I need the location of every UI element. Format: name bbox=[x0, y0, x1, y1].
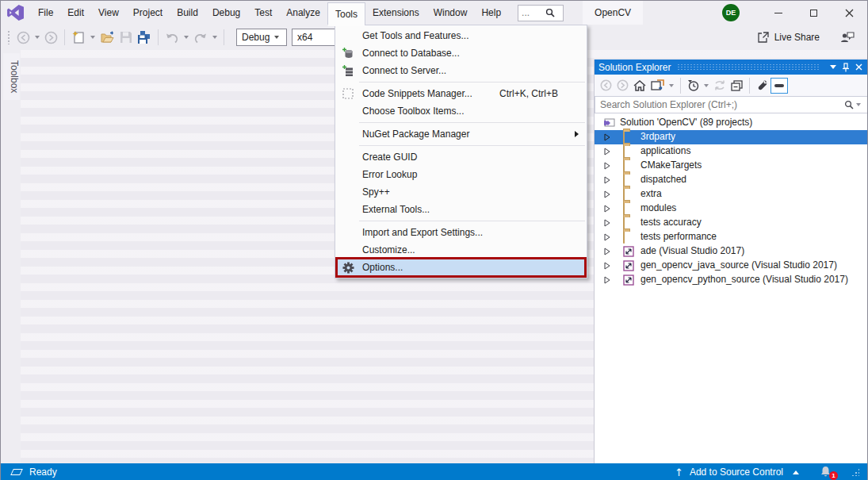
se-collapse-all-button[interactable] bbox=[728, 77, 745, 94]
window-position-button[interactable] bbox=[827, 61, 839, 74]
chevron-right-icon[interactable] bbox=[604, 205, 610, 213]
chevron-right-icon[interactable] bbox=[604, 233, 610, 241]
minimize-button[interactable] bbox=[760, 1, 796, 25]
chevron-right-icon[interactable] bbox=[604, 276, 610, 284]
chevron-right-icon[interactable] bbox=[604, 148, 610, 156]
menu-debug[interactable]: Debug bbox=[205, 1, 247, 25]
chevron-right-icon[interactable] bbox=[604, 133, 610, 141]
close-panel-button[interactable] bbox=[852, 61, 865, 74]
redo-dropdown-caret[interactable] bbox=[212, 36, 217, 39]
solution-explorer-search-box[interactable] bbox=[595, 96, 868, 113]
solution-explorer-header[interactable]: Solution Explorer bbox=[595, 60, 868, 75]
menu-edit[interactable]: Edit bbox=[60, 1, 91, 25]
tree-row-3rdparty[interactable]: 3rdparty bbox=[595, 130, 868, 144]
new-project-dropdown-caret[interactable] bbox=[90, 36, 95, 39]
server-add-icon bbox=[342, 64, 354, 77]
menu-item-external-tools[interactable]: External Tools... bbox=[335, 201, 587, 218]
menu-item-label: External Tools... bbox=[362, 204, 430, 215]
save-button[interactable] bbox=[117, 28, 135, 47]
tree-row-solution[interactable]: Solution 'OpenCV' (89 projects) bbox=[595, 116, 868, 130]
chevron-down-icon bbox=[830, 65, 836, 69]
solution-configuration-combo[interactable]: Debug bbox=[236, 29, 287, 46]
quick-search-box[interactable] bbox=[518, 5, 564, 21]
menu-item-connect-to-server[interactable]: Connect to Server... bbox=[335, 62, 587, 79]
sync-icon bbox=[713, 80, 726, 90]
chevron-right-icon[interactable] bbox=[604, 219, 610, 227]
tree-row-dispatched[interactable]: dispatched bbox=[595, 173, 868, 187]
tree-row-ade[interactable]: ade (Visual Studio 2017) bbox=[595, 244, 868, 259]
menu-window[interactable]: Window bbox=[426, 1, 475, 25]
live-share-button[interactable]: Live Share bbox=[756, 31, 820, 44]
se-forward-button[interactable] bbox=[614, 77, 631, 94]
save-all-button[interactable] bbox=[135, 28, 154, 47]
search-options-caret[interactable] bbox=[856, 103, 861, 106]
folder-icon bbox=[623, 203, 636, 214]
tree-row-cmaketargets[interactable]: CMakeTargets bbox=[595, 159, 868, 173]
menu-test[interactable]: Test bbox=[247, 1, 279, 25]
toolbox-tab[interactable]: Toolbox bbox=[3, 53, 20, 100]
tree-row-applications[interactable]: applications bbox=[595, 144, 868, 159]
se-switch-views-button[interactable] bbox=[648, 77, 667, 94]
menu-item-connect-to-database[interactable]: Connect to Database... bbox=[335, 44, 587, 62]
menu-item-nuget-package-manager[interactable]: NuGet Package Manager bbox=[335, 125, 587, 143]
redo-button[interactable] bbox=[191, 28, 210, 47]
navigate-forward-button[interactable] bbox=[42, 28, 60, 47]
back-dropdown-caret[interactable] bbox=[35, 36, 40, 39]
menu-item-choose-toolbox-items[interactable]: Choose Toolbox Items... bbox=[335, 102, 587, 120]
se-preview-selected-items-button[interactable] bbox=[770, 78, 788, 94]
new-project-button[interactable] bbox=[69, 28, 88, 47]
menu-item-create-guid[interactable]: Create GUID bbox=[335, 148, 587, 166]
chevron-right-icon[interactable] bbox=[604, 176, 610, 184]
se-sync-with-active-document-button[interactable] bbox=[711, 77, 728, 94]
menu-item-get-tools-and-features[interactable]: Get Tools and Features... bbox=[335, 27, 587, 44]
maximize-button[interactable] bbox=[796, 1, 832, 25]
back-icon bbox=[600, 79, 612, 91]
chevron-right-icon[interactable] bbox=[604, 262, 610, 270]
quick-search-input[interactable] bbox=[522, 7, 545, 18]
folder-icon bbox=[623, 175, 636, 186]
send-feedback-icon[interactable] bbox=[840, 31, 855, 44]
se-back-button[interactable] bbox=[598, 77, 614, 94]
menu-item-error-lookup[interactable]: Error Lookup bbox=[335, 166, 587, 183]
menu-item-customize[interactable]: Customize... bbox=[335, 241, 587, 259]
undo-dropdown-caret[interactable] bbox=[184, 36, 189, 39]
menu-extensions[interactable]: Extensions bbox=[365, 1, 426, 25]
menu-item-import-export-settings[interactable]: Import and Export Settings... bbox=[335, 224, 587, 241]
menu-tools[interactable]: Tools bbox=[327, 2, 365, 25]
resize-grip[interactable] bbox=[851, 468, 859, 476]
tree-row-extra[interactable]: extra bbox=[595, 187, 868, 202]
account-avatar[interactable]: DE bbox=[722, 4, 740, 21]
menu-view[interactable]: View bbox=[91, 1, 126, 25]
add-to-source-control-button[interactable]: Add to Source Control bbox=[690, 467, 783, 478]
chevron-right-icon[interactable] bbox=[604, 248, 610, 255]
switch-views-caret[interactable] bbox=[669, 84, 674, 87]
menu-project[interactable]: Project bbox=[126, 1, 170, 25]
menu-file[interactable]: File bbox=[31, 1, 60, 25]
tree-row-tests-accuracy[interactable]: tests accuracy bbox=[595, 216, 868, 230]
pending-changes-caret[interactable] bbox=[704, 84, 709, 87]
notifications-button[interactable]: 1 bbox=[820, 466, 834, 478]
se-home-button[interactable] bbox=[631, 77, 648, 94]
menu-item-spy-plus-plus[interactable]: Spy++ bbox=[335, 183, 587, 201]
tree-row-tests-performance[interactable]: tests performance bbox=[595, 230, 868, 244]
auto-hide-pin-button[interactable] bbox=[839, 61, 852, 74]
menu-build[interactable]: Build bbox=[170, 1, 205, 25]
chevron-right-icon[interactable] bbox=[604, 162, 610, 170]
tree-row-modules[interactable]: modules bbox=[595, 202, 868, 216]
navigate-back-button[interactable] bbox=[14, 28, 33, 47]
se-pending-changes-filter-button[interactable] bbox=[685, 77, 702, 94]
close-button[interactable] bbox=[832, 1, 867, 25]
undo-button[interactable] bbox=[163, 28, 182, 47]
open-file-button[interactable] bbox=[98, 28, 117, 47]
tree-row-gen-opencv-python-source[interactable]: gen_opencv_python_source (Visual Studio … bbox=[595, 273, 868, 287]
solution-explorer-search-input[interactable] bbox=[600, 99, 844, 110]
se-properties-button[interactable] bbox=[754, 77, 770, 94]
chevron-right-icon[interactable] bbox=[604, 190, 610, 198]
menu-analyze[interactable]: Analyze bbox=[279, 1, 327, 25]
menu-item-options[interactable]: Options... bbox=[335, 259, 587, 276]
toolbar-drag-handle[interactable] bbox=[7, 30, 11, 44]
menu-item-code-snippets-manager[interactable]: Code Snippets Manager... Ctrl+K, Ctrl+B bbox=[335, 85, 587, 102]
menu-help[interactable]: Help bbox=[474, 1, 508, 25]
tree-row-gen-opencv-java-source[interactable]: gen_opencv_java_source (Visual Studio 20… bbox=[595, 259, 868, 273]
folder-icon bbox=[623, 232, 636, 243]
